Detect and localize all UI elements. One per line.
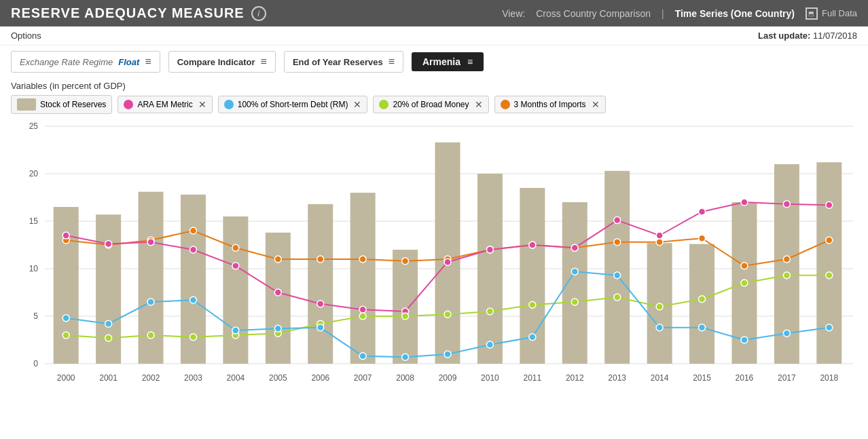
dot-months-imports-15	[699, 235, 706, 242]
legend-dot-months-imports	[501, 100, 510, 109]
dot-months-imports-17	[783, 256, 790, 263]
compare-indicator-menu-icon: ≡	[261, 56, 267, 68]
dot-short-term-5	[274, 325, 281, 332]
main-chart: 25 20 15 10 5 0 200020012002200320042005…	[11, 119, 857, 384]
legend-item-ara-em: ARA EM Metric ✕	[117, 96, 212, 113]
svg-text:2001: 2001	[99, 373, 117, 383]
end-of-year-label: End of Year Reserves	[293, 57, 383, 67]
legend-close-short-term[interactable]: ✕	[353, 99, 361, 110]
dot-broad-money-12	[571, 299, 578, 305]
legend-label-months-imports: 3 Months of Imports	[514, 100, 586, 109]
bar-2008	[393, 250, 418, 364]
dot-ara-em-15	[699, 208, 706, 215]
dot-broad-money-13	[614, 294, 621, 301]
svg-text:2014: 2014	[651, 373, 669, 383]
dot-broad-money-9	[444, 311, 451, 318]
dot-ara-em-10	[486, 246, 493, 253]
dot-ara-em-6	[317, 301, 324, 307]
legend-dot-short-term	[224, 100, 234, 109]
info-icon[interactable]: i	[251, 6, 266, 21]
svg-text:2015: 2015	[693, 373, 711, 383]
dot-short-term-3	[189, 297, 196, 303]
bar-2010	[477, 174, 503, 364]
header-left: RESERVE ADEQUACY MEASURE i	[11, 5, 266, 21]
dot-months-imports-18	[826, 237, 833, 244]
dot-months-imports-16	[741, 263, 748, 269]
dot-short-term-15	[699, 324, 706, 331]
header-right: View: Cross Country Comparison | Time Se…	[502, 7, 857, 20]
legend-label-stock: Stock of Reserves	[40, 100, 106, 109]
dot-short-term-16	[741, 337, 748, 343]
legend-close-ara-em[interactable]: ✕	[198, 99, 206, 110]
dot-short-term-2	[147, 299, 154, 305]
view-label: View:	[502, 8, 525, 19]
dot-ara-em-1	[105, 241, 112, 248]
dot-months-imports-13	[614, 239, 621, 246]
bar-2000	[54, 207, 79, 364]
legend-label-broad-money: 20% of Broad Money	[393, 100, 469, 109]
legend-dot-ara-em	[124, 100, 133, 109]
dot-broad-money-7	[359, 313, 366, 320]
view-separator: |	[662, 8, 664, 19]
dot-broad-money-8	[402, 313, 409, 320]
svg-text:2002: 2002	[142, 373, 160, 383]
svg-text:2004: 2004	[227, 373, 245, 383]
svg-text:20: 20	[29, 169, 39, 178]
svg-text:2000: 2000	[57, 373, 75, 383]
country-menu-icon: ≡	[467, 56, 473, 67]
compare-indicator-dropdown[interactable]: Compare Indicator ≡	[168, 51, 276, 73]
exchange-rate-menu-icon: ≡	[145, 56, 151, 68]
svg-text:2006: 2006	[311, 373, 329, 383]
svg-text:2013: 2013	[608, 373, 626, 383]
end-of-year-menu-icon: ≡	[388, 56, 395, 68]
dot-short-term-11	[529, 334, 536, 341]
dot-broad-money-16	[741, 280, 748, 286]
legend-close-months-imports[interactable]: ✕	[592, 99, 600, 110]
dot-short-term-4	[232, 327, 239, 334]
dot-broad-money-14	[656, 303, 663, 310]
dot-short-term-1	[105, 320, 112, 327]
svg-text:10: 10	[29, 264, 39, 273]
dot-broad-money-0	[62, 332, 69, 339]
country-dropdown[interactable]: Armenia ≡	[412, 52, 484, 71]
app-header: RESERVE ADEQUACY MEASURE i View: Cross C…	[0, 0, 868, 26]
dot-broad-money-1	[105, 335, 112, 341]
dot-short-term-8	[402, 354, 409, 360]
full-data-icon: ⬒	[806, 7, 818, 20]
dot-ara-em-5	[274, 289, 281, 296]
dot-ara-em-14	[656, 232, 663, 239]
svg-text:0: 0	[33, 359, 38, 368]
end-of-year-dropdown[interactable]: End of Year Reserves ≡	[284, 51, 403, 73]
bar-2005	[266, 233, 291, 364]
bar-2012	[562, 202, 587, 364]
dot-broad-money-18	[826, 272, 833, 279]
full-data-button[interactable]: ⬒ Full Data	[806, 7, 857, 20]
country-name: Armenia	[422, 56, 460, 67]
dot-broad-money-17	[783, 272, 790, 279]
dot-short-term-7	[359, 353, 366, 360]
dot-broad-money-15	[699, 296, 706, 303]
app-title: RESERVE ADEQUACY MEASURE	[11, 5, 245, 21]
dot-short-term-17	[783, 330, 790, 337]
compare-indicator-label: Compare Indicator	[177, 57, 255, 67]
dot-months-imports-8	[402, 258, 409, 265]
legend-close-broad-money[interactable]: ✕	[475, 99, 483, 110]
dot-short-term-12	[571, 268, 578, 275]
svg-text:15: 15	[29, 216, 39, 226]
view-time-series[interactable]: Time Series (One Country)	[675, 8, 795, 19]
dot-broad-money-3	[189, 334, 196, 341]
dot-ara-em-2	[147, 239, 154, 246]
svg-text:5: 5	[33, 311, 38, 321]
svg-text:2016: 2016	[736, 373, 754, 383]
dot-broad-money-2	[147, 332, 154, 339]
dot-broad-money-11	[529, 301, 536, 308]
svg-text:2010: 2010	[481, 373, 499, 383]
svg-text:2003: 2003	[184, 373, 202, 383]
dot-ara-em-3	[189, 246, 196, 253]
bar-2006	[308, 204, 333, 364]
svg-text:2011: 2011	[523, 373, 541, 383]
exchange-rate-dropdown[interactable]: Exchange Rate Regime Float ≡	[11, 51, 160, 73]
svg-text:2008: 2008	[396, 373, 414, 383]
dot-ara-em-0	[62, 232, 69, 239]
view-cross-country[interactable]: Cross Country Comparison	[536, 8, 651, 19]
